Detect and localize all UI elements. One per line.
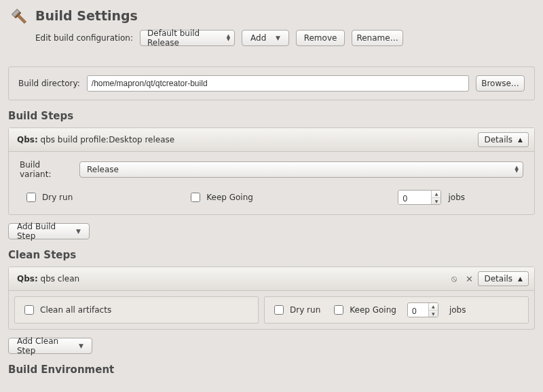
chevron-updown-icon: ▲▼ <box>515 166 519 173</box>
clean-step-item: Qbs: qbs clean ⦸ ✕ Details ▲ Clean all a… <box>8 267 535 330</box>
build-environment-heading: Build Environment <box>8 364 535 376</box>
clean-all-checkbox[interactable]: Clean all artifacts <box>22 303 111 317</box>
build-config-select[interactable]: Default build Release ▲▼ <box>140 30 235 46</box>
build-step-item: Qbs: qbs build profile:Desktop release D… <box>8 128 535 215</box>
clean-all-cell: Clean all artifacts <box>14 296 259 324</box>
build-directory-group: Build directory: Browse… <box>8 66 535 100</box>
build-steps-heading: Build Steps <box>8 110 535 122</box>
hammer-icon <box>8 5 29 26</box>
add-clean-step-button[interactable]: Add Clean Step ▼ <box>8 338 92 354</box>
add-config-button[interactable]: Add ▼ <box>242 30 289 46</box>
build-variant-select[interactable]: Release ▲▼ <box>79 161 523 178</box>
caret-down-icon: ▼ <box>76 228 81 235</box>
clean-steps-heading: Clean Steps <box>8 249 535 261</box>
clean-keep-going-checkbox[interactable]: Keep Going <box>331 303 396 317</box>
build-config-value: Default build Release <box>147 28 219 47</box>
clean-jobs-label: jobs <box>449 305 466 315</box>
remove-step-icon[interactable]: ✕ <box>463 273 475 285</box>
caret-down-icon: ▼ <box>276 35 280 41</box>
add-build-step-button[interactable]: Add Build Step ▼ <box>8 223 90 239</box>
build-variant-value: Release <box>87 165 119 174</box>
build-directory-label: Build directory: <box>18 79 80 88</box>
jobs-input[interactable] <box>398 191 431 205</box>
chevron-updown-icon: ▲▼ <box>227 35 230 41</box>
clean-options-cell: Dry run Keep Going ▲ ▼ jobs <box>264 296 529 324</box>
keep-going-checkbox[interactable]: Keep Going <box>188 191 253 204</box>
config-label: Edit build configuration: <box>35 33 133 43</box>
chevron-up-icon: ▲ <box>518 275 523 282</box>
build-variant-label: Build variant: <box>20 160 73 179</box>
spin-down-icon[interactable]: ▼ <box>429 311 438 317</box>
jobs-spinbox[interactable]: ▲ ▼ <box>398 190 441 205</box>
page-title: Build Settings <box>35 8 138 23</box>
chevron-up-icon: ▲ <box>518 136 523 143</box>
dry-run-checkbox[interactable]: Dry run <box>24 191 73 204</box>
clean-step-prefix: Qbs: <box>17 274 38 283</box>
caret-down-icon: ▼ <box>79 342 83 349</box>
disable-step-icon[interactable]: ⦸ <box>448 273 460 285</box>
clean-jobs-input[interactable] <box>408 303 428 317</box>
svg-rect-2 <box>17 14 26 23</box>
browse-button[interactable]: Browse… <box>476 75 525 92</box>
rename-config-button[interactable]: Rename… <box>352 30 403 46</box>
build-step-header: Qbs: qbs build profile:Desktop release D… <box>9 128 534 152</box>
build-directory-input[interactable] <box>87 75 469 92</box>
clean-step-details-button[interactable]: Details ▲ <box>478 271 529 286</box>
clean-step-header: Qbs: qbs clean ⦸ ✕ Details ▲ <box>9 267 534 291</box>
build-step-details-button[interactable]: Details ▲ <box>478 132 529 147</box>
jobs-label: jobs <box>448 193 465 202</box>
spin-down-icon[interactable]: ▼ <box>432 198 441 205</box>
clean-jobs-spinbox[interactable]: ▲ ▼ <box>407 302 438 317</box>
build-step-prefix: Qbs: <box>17 135 38 144</box>
clean-step-title: qbs clean <box>41 274 80 283</box>
spin-up-icon[interactable]: ▲ <box>432 191 441 198</box>
clean-dry-run-checkbox[interactable]: Dry run <box>272 303 320 317</box>
remove-config-button[interactable]: Remove <box>296 30 345 46</box>
spin-up-icon[interactable]: ▲ <box>429 303 438 311</box>
build-step-title: qbs build profile:Desktop release <box>41 135 175 144</box>
